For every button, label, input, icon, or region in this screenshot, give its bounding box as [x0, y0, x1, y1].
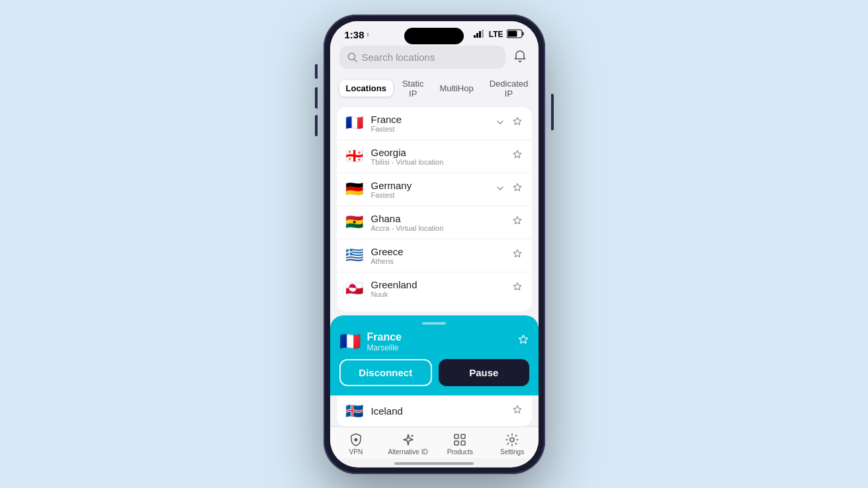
svg-rect-11: [455, 434, 458, 438]
star-icon: [512, 183, 523, 193]
tab-bar-products-label: Products: [447, 448, 473, 456]
location-item-greenland[interactable]: 🇬🇱 Greenland Nuuk: [337, 272, 532, 305]
star-icon: [512, 249, 523, 259]
star-icon: [517, 334, 529, 346]
greece-actions: [511, 247, 524, 263]
tab-bar-alt-id[interactable]: Alternative ID: [382, 432, 434, 456]
greece-star-button[interactable]: [511, 247, 524, 263]
flag-germany: 🇩🇪: [345, 181, 365, 198]
location-info-france: France Fastest: [371, 114, 488, 133]
flag-iceland: 🇮🇸: [345, 403, 365, 420]
notification-bell-button[interactable]: [511, 47, 529, 67]
phone-screen: 1:38 ↑ LTE: [330, 21, 539, 468]
location-item-ghana[interactable]: 🇬🇭 Ghana Accra - Virtual location: [337, 206, 532, 239]
gear-icon: [505, 432, 519, 447]
svg-point-15: [510, 438, 514, 442]
tab-bar-altid-label: Alternative ID: [388, 448, 428, 456]
flag-georgia: 🇬🇪: [345, 147, 365, 165]
search-bar[interactable]: Search locations: [339, 46, 505, 69]
svg-line-8: [354, 59, 357, 61]
panel-location-row: 🇫🇷 France Marseille: [339, 331, 529, 352]
tab-bar-vpn[interactable]: VPN: [330, 432, 382, 456]
svg-rect-5: [522, 32, 523, 35]
germany-chevron-button[interactable]: [495, 183, 505, 196]
sparkle-icon: [401, 432, 415, 447]
tab-locations[interactable]: Locations: [339, 80, 393, 97]
location-item-georgia[interactable]: 🇬🇪 Georgia Tbilisi - Virtual location: [337, 140, 532, 173]
power-button[interactable]: [551, 94, 554, 130]
volume-down-button[interactable]: [315, 115, 318, 136]
tab-bar-vpn-label: VPN: [349, 448, 363, 456]
greenland-actions: [511, 280, 524, 296]
location-item-iceland[interactable]: 🇮🇸 Iceland: [337, 395, 532, 427]
lte-label: LTE: [489, 30, 503, 39]
ghana-star-button[interactable]: [511, 214, 524, 230]
germany-actions: [495, 181, 524, 197]
svg-point-9: [354, 438, 357, 441]
svg-rect-0: [474, 35, 476, 38]
georgia-star-button[interactable]: [511, 148, 524, 164]
location-item-france[interactable]: 🇫🇷 France Fastest: [337, 107, 532, 140]
search-icon: [347, 52, 357, 62]
svg-rect-6: [507, 30, 517, 36]
search-placeholder: Search locations: [362, 52, 435, 63]
location-item-germany[interactable]: 🇩🇪 Germany Fastest: [337, 173, 532, 206]
greenland-star-button[interactable]: [511, 280, 524, 296]
pause-button[interactable]: Pause: [439, 359, 529, 386]
ghana-actions: [511, 214, 524, 230]
svg-rect-13: [455, 441, 458, 445]
flag-france: 🇫🇷: [345, 114, 365, 132]
iceland-info: Iceland: [371, 405, 504, 417]
shield-icon: [349, 432, 363, 447]
location-info-greenland: Greenland Nuuk: [371, 279, 504, 298]
tab-static-ip[interactable]: Static IP: [396, 75, 431, 102]
svg-rect-3: [482, 30, 484, 38]
panel-flag: 🇫🇷: [339, 331, 361, 352]
tab-dedicated-ip[interactable]: Dedicated IP: [483, 75, 535, 102]
location-info-ghana: Ghana Accra - Virtual location: [371, 213, 504, 232]
svg-rect-1: [476, 33, 478, 38]
location-item-greece[interactable]: 🇬🇷 Greece Athens: [337, 239, 532, 272]
connected-panel: 🇫🇷 France Marseille Disconnect Pause: [330, 315, 539, 395]
tabs-row: Locations Static IP MultiHop Dedicated I…: [330, 73, 539, 107]
status-icons: LTE: [474, 29, 524, 40]
panel-buttons: Disconnect Pause: [339, 359, 529, 386]
star-icon: [512, 282, 523, 292]
star-icon: [512, 216, 523, 226]
silent-switch[interactable]: [315, 64, 318, 79]
tab-bar-settings-label: Settings: [500, 448, 524, 456]
svg-rect-2: [479, 31, 481, 38]
germany-star-button[interactable]: [511, 181, 524, 197]
tab-bar: VPN Alternative ID Products: [330, 427, 539, 458]
app-content: Search locations Locations Static IP Mul…: [330, 43, 539, 427]
panel-star-button[interactable]: [517, 334, 529, 349]
flag-ghana: 🇬🇭: [345, 214, 365, 231]
flag-greenland: 🇬🇱: [345, 280, 365, 297]
home-indicator: [394, 462, 474, 465]
disconnect-button[interactable]: Disconnect: [339, 359, 433, 386]
france-actions: [495, 115, 524, 131]
phone-frame: 1:38 ↑ LTE: [324, 15, 545, 474]
battery-icon: [507, 29, 524, 40]
chevron-down-icon: [496, 118, 504, 126]
tab-bar-products[interactable]: Products: [434, 432, 486, 456]
svg-rect-14: [461, 441, 465, 445]
grid-icon: [453, 432, 467, 447]
tab-multihop[interactable]: MultiHop: [433, 80, 480, 97]
chevron-down-icon: [496, 184, 504, 192]
iceland-star-button[interactable]: [511, 403, 524, 419]
location-info-greece: Greece Athens: [371, 246, 504, 265]
signal-icon: [474, 30, 486, 40]
status-time: 1:38 ↑: [345, 29, 370, 40]
location-list: 🇫🇷 France Fastest: [337, 107, 532, 311]
flag-greece: 🇬🇷: [345, 247, 365, 264]
panel-drag-handle: [422, 322, 446, 325]
bell-icon: [513, 50, 527, 63]
location-info-germany: Germany Fastest: [371, 180, 488, 199]
star-icon: [512, 149, 523, 160]
tab-bar-settings[interactable]: Settings: [486, 432, 539, 456]
location-arrow-icon: ↑: [367, 31, 370, 38]
volume-up-button[interactable]: [315, 87, 318, 108]
france-star-button[interactable]: [511, 115, 524, 131]
france-chevron-button[interactable]: [495, 117, 505, 130]
